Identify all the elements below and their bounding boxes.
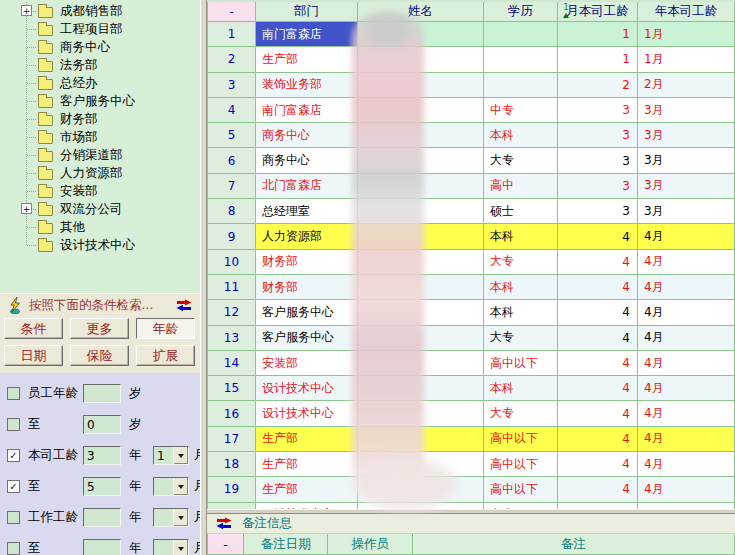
tree-item[interactable]: + 法务部	[0, 56, 200, 74]
dept-cell[interactable]: 生产部	[256, 477, 358, 502]
year-tenure-cell[interactable]: 4月	[638, 427, 735, 452]
panel-splitter[interactable]	[200, 0, 207, 555]
year-tenure-cell[interactable]: 4月	[638, 275, 735, 300]
filter-tab-button[interactable]: 日期	[4, 345, 63, 366]
tree-item-label[interactable]: 分销渠道部	[60, 147, 123, 164]
name-cell[interactable]	[358, 477, 484, 502]
table-row[interactable]: 3 装饰业务部 2 2月	[207, 73, 735, 98]
year-tenure-cell[interactable]: 4月	[638, 326, 735, 351]
table-row[interactable]: 7 北门富森店 高中 3 3月	[207, 174, 735, 199]
row-number-cell[interactable]: 5	[207, 123, 256, 148]
row-number-cell[interactable]: 11	[207, 275, 256, 300]
dept-cell[interactable]: 人力资源部	[256, 224, 358, 249]
tree-item[interactable]: + 财务部	[0, 110, 200, 128]
filter-checkbox[interactable]	[7, 387, 20, 400]
name-cell[interactable]	[358, 452, 484, 477]
edu-cell[interactable]: 高中以下	[484, 427, 558, 452]
dept-cell[interactable]: 商务中心	[256, 123, 358, 148]
column-header-edu[interactable]: 学历	[484, 2, 558, 22]
edu-cell[interactable]: 高中	[484, 174, 558, 199]
dept-cell[interactable]: 装饰业务部	[256, 73, 358, 98]
month-tenure-cell[interactable]: 4	[558, 326, 638, 351]
tree-item-label[interactable]: 双流分公司	[60, 201, 123, 218]
row-number-cell[interactable]: 1	[207, 22, 256, 47]
edu-cell[interactable]: 大专	[484, 250, 558, 275]
dropdown-arrow-icon[interactable]	[173, 447, 188, 464]
filter-value-input[interactable]: 5	[83, 477, 121, 496]
year-tenure-cell[interactable]: 4月	[638, 300, 735, 325]
name-cell[interactable]	[358, 300, 484, 325]
edu-cell[interactable]: 高中以下	[484, 452, 558, 477]
table-row[interactable]: 13 客户服务中心 大专 4 4月	[207, 326, 735, 351]
edu-cell[interactable]: 硕士	[484, 199, 558, 224]
row-number-cell[interactable]: 14	[207, 351, 256, 376]
name-cell[interactable]	[358, 250, 484, 275]
notes-column-header-date[interactable]: 备注日期	[244, 534, 328, 555]
row-number-cell[interactable]: 12	[207, 300, 256, 325]
month-tenure-cell[interactable]: 4	[558, 224, 638, 249]
table-row[interactable]: 1 南门富森店 1 1月	[207, 22, 735, 47]
notes-column-header-note[interactable]: 备注	[413, 534, 735, 555]
row-number-cell[interactable]: 9	[207, 224, 256, 249]
edu-cell[interactable]: 大专	[484, 148, 558, 173]
name-cell[interactable]	[358, 326, 484, 351]
tree-item[interactable]: + 商务中心	[0, 38, 200, 56]
name-cell[interactable]	[358, 148, 484, 173]
row-number-cell[interactable]: 3	[207, 73, 256, 98]
tree-item[interactable]: + 设计技术中心	[0, 236, 200, 254]
year-tenure-cell[interactable]: 1月	[638, 22, 735, 47]
tree-item[interactable]: + 双流分公司	[0, 200, 200, 218]
year-tenure-cell[interactable]: 4月	[638, 452, 735, 477]
edu-cell[interactable]: 本科	[484, 123, 558, 148]
tree-item-label[interactable]: 其他	[60, 219, 85, 236]
month-dropdown[interactable]	[153, 508, 189, 527]
edu-cell[interactable]: 大专	[484, 326, 558, 351]
swap-arrows-icon[interactable]	[215, 517, 233, 530]
dept-cell[interactable]: 生产部	[256, 427, 358, 452]
month-dropdown[interactable]: 1	[153, 446, 189, 465]
month-tenure-cell[interactable]: 4	[558, 300, 638, 325]
name-cell[interactable]	[358, 123, 484, 148]
row-number-cell[interactable]: 17	[207, 427, 256, 452]
dept-cell[interactable]: 安装部	[256, 351, 358, 376]
filter-tab-button[interactable]: 年龄	[136, 318, 195, 339]
tree-item-label[interactable]: 总经办	[60, 75, 98, 92]
month-tenure-cell[interactable]: 4	[558, 351, 638, 376]
year-tenure-cell[interactable]: 3月	[638, 148, 735, 173]
name-cell[interactable]	[358, 376, 484, 401]
tree-item-label[interactable]: 安装部	[60, 183, 98, 200]
name-cell[interactable]	[358, 427, 484, 452]
month-dropdown-value[interactable]	[154, 509, 173, 526]
tree-item[interactable]: + 成都销售部	[0, 2, 200, 20]
tree-item-label[interactable]: 设计技术中心	[60, 237, 135, 254]
month-tenure-cell[interactable]: 3	[558, 174, 638, 199]
table-row[interactable]: 15 设计技术中心 本科 4 4月	[207, 376, 735, 401]
year-tenure-cell[interactable]: 4月	[638, 477, 735, 502]
dept-cell[interactable]: 财务部	[256, 250, 358, 275]
tree-item[interactable]: + 总经办	[0, 74, 200, 92]
dropdown-arrow-icon[interactable]	[173, 540, 188, 555]
row-number-cell[interactable]: 4	[207, 98, 256, 123]
filter-checkbox[interactable]: ✓	[7, 449, 20, 462]
table-row[interactable]: 9 人力资源部 本科 4 4月	[207, 224, 735, 249]
month-tenure-cell[interactable]: 1	[558, 22, 638, 47]
month-dropdown-value[interactable]: 1	[154, 447, 173, 464]
table-row[interactable]: 10 财务部 大专 4 4月	[207, 250, 735, 275]
edu-cell[interactable]: 高中以下	[484, 351, 558, 376]
tree-item-label[interactable]: 客户服务中心	[60, 93, 135, 110]
tree-item[interactable]: + 分销渠道部	[0, 146, 200, 164]
name-cell[interactable]	[358, 199, 484, 224]
tree-item-label[interactable]: 商务中心	[60, 39, 110, 56]
table-row[interactable]: 19 生产部 高中以下 4 4月	[207, 477, 735, 502]
month-tenure-cell[interactable]: 3	[558, 148, 638, 173]
month-dropdown[interactable]	[153, 539, 189, 555]
edu-cell[interactable]: 本科	[484, 275, 558, 300]
dept-cell[interactable]: 客户服务中心	[256, 300, 358, 325]
filter-value-input[interactable]	[83, 539, 121, 555]
row-number-cell[interactable]: 15	[207, 376, 256, 401]
table-row[interactable]: 17 生产部 高中以下 4 4月	[207, 427, 735, 452]
column-header-num[interactable]: -	[207, 2, 256, 22]
month-dropdown-value[interactable]	[154, 540, 173, 555]
filter-tab-button[interactable]: 条件	[4, 318, 63, 339]
month-dropdown[interactable]	[153, 477, 189, 496]
